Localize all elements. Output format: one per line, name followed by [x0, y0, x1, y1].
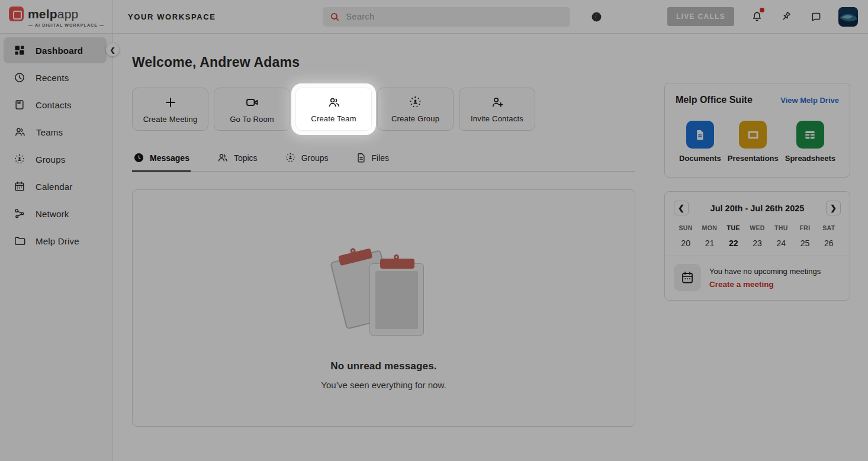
invite-contacts-button[interactable]: Invite Contacts	[459, 88, 535, 131]
spreadsheet-app-icon	[796, 121, 824, 149]
topbar-actions: LIVE CALLS	[667, 7, 868, 27]
sidebar-item-teams[interactable]: Teams	[4, 119, 107, 145]
dots-group-icon	[409, 95, 422, 109]
live-calls-button[interactable]: LIVE CALLS	[667, 7, 734, 26]
notification-badge	[760, 8, 764, 12]
office-suite-title: Melp Office Suite	[676, 95, 753, 105]
notifications-button[interactable]	[750, 9, 764, 24]
logo-tagline: — AI DIGITAL WORKPLACE —	[28, 23, 112, 27]
network-icon	[14, 208, 25, 220]
calendar-date[interactable]: 24	[769, 238, 793, 248]
view-melp-drive-link[interactable]: View Melp Drive	[780, 96, 839, 105]
chat-icon	[810, 11, 822, 23]
dots-group-icon	[285, 152, 296, 163]
sidebar-item-dashboard[interactable]: Dashboard	[4, 37, 107, 63]
search-icon	[330, 12, 340, 22]
plus-icon	[163, 95, 178, 109]
go-to-room-button[interactable]: Go To Room	[214, 88, 290, 131]
app-logo[interactable]: melpapp — AI DIGITAL WORKPLACE —	[0, 0, 113, 33]
empty-state-illustration	[330, 242, 437, 341]
top-bar: melpapp — AI DIGITAL WORKPLACE — YOUR WO…	[0, 0, 868, 34]
melp-app-window: melpapp — AI DIGITAL WORKPLACE — YOUR WO…	[0, 0, 868, 461]
calendar-next-button[interactable]: ❯	[826, 201, 841, 215]
tab-label: Groups	[301, 153, 329, 163]
calendar-date[interactable]: 21	[697, 238, 721, 248]
calendar-date[interactable]: 20	[674, 238, 697, 248]
create-meeting-button[interactable]: Create Meeting	[132, 88, 208, 131]
moon-icon	[590, 11, 603, 23]
calendar-icon	[680, 270, 695, 285]
search-input[interactable]	[346, 12, 563, 21]
pinned-button[interactable]	[779, 9, 793, 24]
sidebar-item-label: Recents	[36, 73, 69, 83]
presentation-app-icon	[739, 121, 767, 149]
sidebar-item-label: Network	[36, 209, 69, 219]
file-icon	[356, 152, 367, 163]
tab-label: Files	[372, 153, 390, 163]
sidebar-item-calendar[interactable]: Calendar	[4, 173, 107, 199]
folder-icon	[14, 235, 25, 247]
chat-button[interactable]	[809, 9, 823, 24]
calendar-icon	[14, 180, 25, 192]
melp-logo-icon	[9, 7, 24, 21]
people-icon	[14, 126, 26, 138]
calendar-week-grid: SUN MON TUE WED THU FRI SAT 20 21 22 23 …	[674, 224, 841, 248]
meeting-calendar-icon-tile	[674, 264, 701, 291]
calendar-date-selected[interactable]: 22	[722, 238, 745, 248]
tab-groups[interactable]: Groups	[284, 152, 330, 171]
logo-text-light: app	[57, 7, 79, 21]
action-label: Create Group	[391, 114, 439, 123]
sidebar-item-label: Groups	[36, 154, 65, 165]
sidebar-item-groups[interactable]: Groups	[4, 146, 107, 172]
logo-text-bold: melp	[28, 7, 57, 21]
documents-app[interactable]: Documents	[679, 121, 721, 163]
workspace-label: YOUR WORKSPACE	[128, 12, 216, 21]
calendar-day-label: MON	[697, 224, 721, 231]
messages-panel: No unread messages. You’ve seen everythi…	[132, 189, 635, 427]
dark-mode-toggle[interactable]	[589, 9, 605, 24]
action-label: Go To Room	[230, 115, 274, 124]
sidebar-item-recents[interactable]: Recents	[4, 65, 107, 91]
empty-state-subtitle: You’ve seen everything for now.	[321, 380, 446, 390]
clock-icon	[14, 72, 25, 83]
welcome-heading: Welcome, Andrew Adams	[132, 54, 635, 70]
spreadsheets-app[interactable]: Spreadsheets	[785, 121, 835, 163]
tab-messages[interactable]: Messages	[132, 152, 191, 171]
sidebar-item-melp-drive[interactable]: Melp Drive	[4, 228, 107, 254]
no-meetings-text: You have no upcoming meetings	[709, 267, 821, 276]
clipboard-front	[369, 263, 424, 336]
main-content: Welcome, Andrew Adams Create Meeting Go …	[113, 34, 868, 461]
search-bar[interactable]	[323, 7, 570, 27]
content-tabs: Messages Topics Groups Files	[132, 152, 635, 172]
user-avatar[interactable]	[838, 7, 858, 27]
sidebar-item-label: Melp Drive	[36, 236, 79, 246]
logo-wordmark: melpapp	[28, 8, 78, 20]
action-label: Create Team	[311, 114, 356, 123]
sidebar-item-network[interactable]: Network	[4, 201, 107, 227]
tab-topics[interactable]: Topics	[216, 152, 259, 171]
create-a-meeting-link[interactable]: Create a meeting	[709, 280, 821, 289]
tab-files[interactable]: Files	[355, 152, 391, 171]
create-group-button[interactable]: Create Group	[377, 88, 454, 131]
calendar-day-label-selected: TUE	[722, 224, 745, 231]
sidebar-collapse-button[interactable]: ❮	[106, 43, 119, 56]
sidebar-item-contacts[interactable]: Contacts	[4, 92, 107, 118]
calendar-date[interactable]: 23	[745, 238, 769, 248]
sidebar-item-label: Teams	[36, 127, 63, 137]
presentations-app[interactable]: Presentations	[728, 121, 779, 163]
calendar-date[interactable]: 25	[793, 238, 816, 248]
create-team-button[interactable]: Create Team	[295, 88, 372, 131]
sidebar-item-label: Calendar	[36, 182, 72, 192]
quick-actions-row: Create Meeting Go To Room Create Team Cr…	[132, 88, 635, 131]
pin-icon	[780, 11, 793, 23]
tab-label: Topics	[234, 153, 258, 163]
document-app-icon	[686, 121, 714, 149]
person-add-icon	[490, 95, 504, 109]
week-calendar-card: ❮ Jul 20th - Jul 26th 2025 ❯ SUN MON TUE…	[664, 191, 850, 301]
calendar-prev-button[interactable]: ❮	[674, 201, 689, 215]
avatar-photo	[838, 7, 858, 27]
contacts-icon	[14, 99, 25, 111]
calendar-day-label: FRI	[793, 224, 816, 231]
calendar-date[interactable]: 26	[817, 238, 841, 248]
action-label: Invite Contacts	[471, 114, 523, 123]
